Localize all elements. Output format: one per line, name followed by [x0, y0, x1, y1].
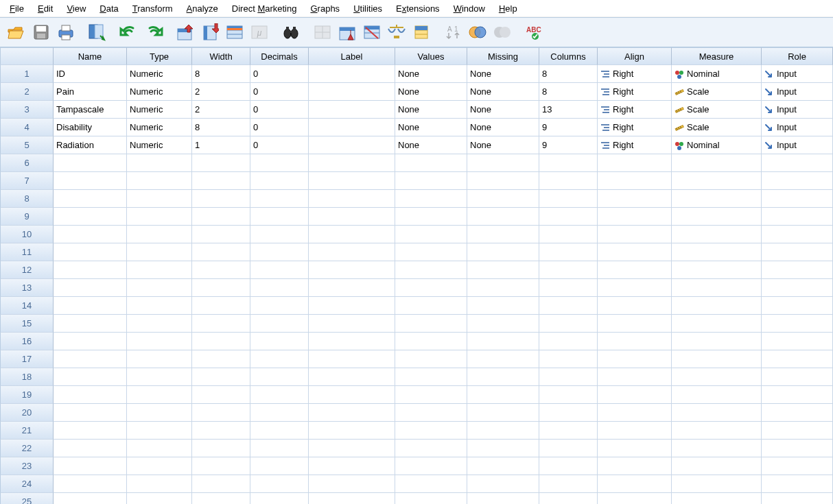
cell-missing[interactable] [467, 440, 539, 457]
cell-align[interactable] [598, 208, 672, 226]
cell-align[interactable] [598, 422, 672, 440]
row-header[interactable]: 10 [0, 226, 54, 243]
cell-type[interactable] [127, 333, 192, 350]
value-labels-button[interactable] [386, 21, 408, 43]
cell-align[interactable] [598, 243, 672, 261]
cell-columns[interactable] [539, 333, 598, 350]
cell-type[interactable] [127, 386, 192, 404]
cell-values[interactable] [395, 261, 467, 279]
cell-columns[interactable] [539, 243, 598, 261]
cell-decimals[interactable] [250, 368, 309, 386]
cell-align[interactable] [598, 404, 672, 422]
cell-role[interactable] [762, 422, 833, 440]
cell-decimals[interactable] [250, 208, 309, 226]
cell-width[interactable] [192, 422, 250, 440]
col-header-columns[interactable]: Columns [539, 47, 598, 65]
cell-label[interactable] [309, 457, 395, 475]
cell-align[interactable] [598, 172, 672, 190]
cell-type[interactable] [127, 172, 192, 190]
row-header[interactable]: 8 [0, 190, 54, 208]
cell-values[interactable]: None [395, 136, 467, 154]
cell-align[interactable] [598, 440, 672, 457]
cell-width[interactable] [192, 279, 250, 297]
cell-label[interactable] [309, 440, 395, 457]
cell-width[interactable] [192, 226, 250, 243]
cell-align[interactable]: Right [598, 101, 672, 119]
cell-align[interactable]: Right [598, 65, 672, 83]
cell-type[interactable] [127, 493, 192, 504]
cell-label[interactable] [309, 315, 395, 333]
row-header[interactable]: 12 [0, 261, 54, 279]
cell-label[interactable] [309, 172, 395, 190]
cell-width[interactable] [192, 457, 250, 475]
menu-extensions[interactable]: Extensions [389, 2, 447, 15]
cell-width[interactable] [192, 172, 250, 190]
cell-width[interactable] [192, 333, 250, 350]
cell-type[interactable]: Numeric [127, 119, 192, 136]
cell-missing[interactable]: None [467, 83, 539, 101]
row-header[interactable]: 18 [0, 368, 54, 386]
row-header[interactable]: 3 [0, 101, 54, 119]
cell-name[interactable]: Disability [54, 119, 127, 136]
menu-data[interactable]: Data [93, 2, 125, 15]
cell-measure[interactable] [672, 172, 762, 190]
use-variable-sets-button[interactable] [410, 21, 432, 43]
cell-measure[interactable] [672, 493, 762, 504]
cell-values[interactable] [395, 493, 467, 504]
col-header-values[interactable]: Values [395, 47, 467, 65]
col-header-measure[interactable]: Measure [672, 47, 762, 65]
cell-label[interactable] [309, 475, 395, 493]
cell-decimals[interactable]: 0 [250, 65, 309, 83]
cell-name[interactable] [54, 475, 127, 493]
row-header[interactable]: 4 [0, 119, 54, 136]
col-header-name[interactable]: Name [54, 47, 127, 65]
save-button[interactable] [30, 21, 52, 43]
cell-missing[interactable] [467, 457, 539, 475]
cell-width[interactable] [192, 261, 250, 279]
cell-label[interactable] [309, 404, 395, 422]
row-header[interactable]: 15 [0, 315, 54, 333]
venn-button[interactable] [467, 21, 489, 43]
split-file-button[interactable] [312, 21, 333, 43]
cell-type[interactable] [127, 368, 192, 386]
row-header[interactable]: 23 [0, 457, 54, 475]
menu-graphs[interactable]: Graphs [303, 2, 347, 15]
cell-label[interactable] [309, 190, 395, 208]
cell-label[interactable] [309, 333, 395, 350]
cell-type[interactable] [127, 440, 192, 457]
cell-width[interactable] [192, 386, 250, 404]
cell-role[interactable] [762, 297, 833, 315]
cell-label[interactable] [309, 136, 395, 154]
cell-missing[interactable] [467, 368, 539, 386]
row-header[interactable]: 6 [0, 154, 54, 172]
cell-width[interactable] [192, 404, 250, 422]
cell-decimals[interactable] [250, 154, 309, 172]
cell-label[interactable] [309, 297, 395, 315]
cell-width[interactable] [192, 190, 250, 208]
cell-type[interactable] [127, 350, 192, 368]
cell-align[interactable] [598, 457, 672, 475]
cell-values[interactable] [395, 333, 467, 350]
cell-type[interactable] [127, 226, 192, 243]
cell-role[interactable] [762, 172, 833, 190]
cell-role[interactable] [762, 333, 833, 350]
print-button[interactable] [55, 21, 77, 43]
cell-measure[interactable] [672, 350, 762, 368]
cell-type[interactable]: Numeric [127, 65, 192, 83]
cell-type[interactable] [127, 457, 192, 475]
cell-role[interactable] [762, 440, 833, 457]
cell-type[interactable] [127, 190, 192, 208]
cell-values[interactable] [395, 154, 467, 172]
cell-values[interactable]: None [395, 83, 467, 101]
cell-decimals[interactable] [250, 297, 309, 315]
cell-columns[interactable] [539, 493, 598, 504]
cell-width[interactable]: 1 [192, 136, 250, 154]
cell-label[interactable] [309, 493, 395, 504]
select-cases-button[interactable] [361, 21, 383, 43]
cell-name[interactable] [54, 440, 127, 457]
cell-missing[interactable] [467, 154, 539, 172]
undo-button[interactable] [118, 21, 140, 43]
row-header[interactable]: 19 [0, 386, 54, 404]
cell-align[interactable] [598, 475, 672, 493]
cell-measure[interactable]: Nominal [672, 65, 762, 83]
